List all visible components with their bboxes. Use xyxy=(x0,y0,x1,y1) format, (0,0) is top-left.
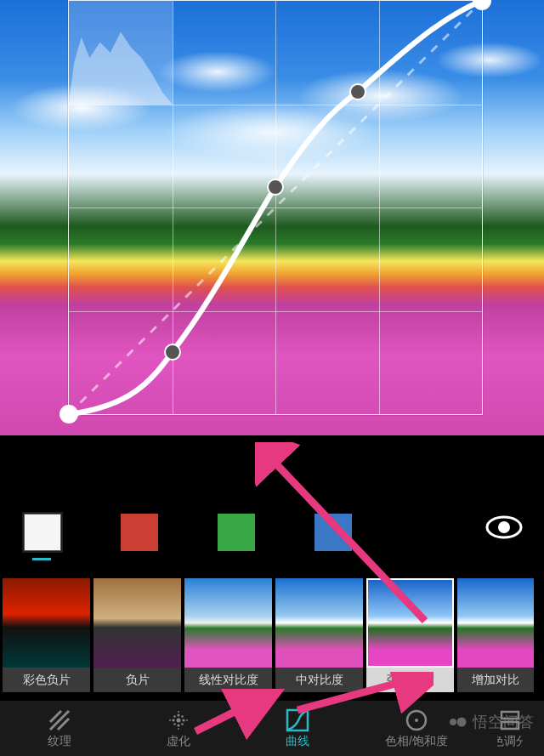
tab-curves[interactable]: 曲线 xyxy=(259,708,336,749)
preset-increase-contrast[interactable]: 增加对比 xyxy=(457,578,534,697)
curve-point[interactable] xyxy=(349,83,366,100)
svg-point-18 xyxy=(178,728,179,730)
spacer xyxy=(0,435,544,520)
svg-point-11 xyxy=(173,715,175,717)
tab-label: 曲线 xyxy=(286,734,309,749)
svg-point-15 xyxy=(169,719,171,721)
image-preview xyxy=(0,0,544,435)
preset-medium-contrast[interactable]: 中对比度 xyxy=(275,578,363,697)
svg-point-8 xyxy=(182,719,184,721)
channel-green[interactable] xyxy=(218,514,255,551)
svg-point-21 xyxy=(415,719,418,722)
preset-label: 彩色负片 xyxy=(3,668,90,692)
tab-label: 纹理 xyxy=(48,734,71,749)
svg-point-16 xyxy=(186,719,188,721)
svg-point-14 xyxy=(181,723,183,725)
svg-point-17 xyxy=(178,711,179,713)
svg-point-6 xyxy=(177,719,181,723)
tab-texture[interactable]: 纹理 xyxy=(21,708,98,749)
channel-selector xyxy=(0,509,544,556)
curve-point[interactable] xyxy=(267,179,284,196)
curve-grid-line xyxy=(69,105,482,105)
channel-rgb[interactable] xyxy=(24,514,61,551)
preset-thumb xyxy=(457,578,534,668)
preset-label: 负片 xyxy=(94,668,181,692)
preset-label: 强对比度 xyxy=(366,668,454,692)
svg-point-13 xyxy=(173,723,175,725)
tab-label: 虚化 xyxy=(167,734,190,749)
svg-point-9 xyxy=(177,713,179,716)
preset-linear-contrast[interactable]: 线性对比度 xyxy=(184,578,272,697)
svg-point-24 xyxy=(450,719,456,725)
preset-thumb xyxy=(3,578,90,668)
channel-red[interactable] xyxy=(121,514,158,551)
tab-label: 色调分 xyxy=(497,734,523,749)
preset-label: 增加对比 xyxy=(457,668,534,692)
watermark-text: 悟空问答 xyxy=(473,712,534,732)
channel-blue[interactable] xyxy=(314,514,352,551)
preset-strong-contrast[interactable]: 强对比度 xyxy=(366,578,454,697)
curve-point[interactable] xyxy=(60,405,78,423)
texture-icon xyxy=(47,708,72,733)
svg-point-7 xyxy=(172,719,174,721)
svg-point-10 xyxy=(177,724,179,726)
tab-label: 色相/饱和度 xyxy=(385,734,448,749)
preset-thumb xyxy=(184,578,272,668)
preset-label: 线性对比度 xyxy=(184,668,272,692)
tab-hsl[interactable]: 色相/饱和度 xyxy=(378,708,455,749)
svg-marker-0 xyxy=(69,32,173,105)
blur-icon xyxy=(166,708,191,733)
tab-blur[interactable]: 虚化 xyxy=(140,708,217,749)
preset-label: 中对比度 xyxy=(275,668,363,692)
svg-point-25 xyxy=(457,718,467,727)
preset-thumb xyxy=(275,578,363,668)
histogram xyxy=(69,1,173,105)
preset-strip[interactable]: 彩色负片 负片 线性对比度 中对比度 强对比度 增加对比 xyxy=(0,578,544,697)
curve-grid-line xyxy=(69,207,482,208)
curve-point[interactable] xyxy=(164,344,181,361)
svg-point-2 xyxy=(498,521,510,533)
preset-negative[interactable]: 负片 xyxy=(94,578,181,697)
svg-point-12 xyxy=(181,715,183,717)
preview-toggle[interactable] xyxy=(479,510,529,544)
channel-underline xyxy=(32,558,51,560)
curves-icon xyxy=(285,708,310,733)
preset-thumb xyxy=(94,578,181,668)
curve-editor[interactable] xyxy=(68,0,483,415)
curve-grid-line xyxy=(69,311,482,312)
preset-thumb xyxy=(366,578,454,668)
watermark: 悟空问答 xyxy=(449,712,534,732)
hsl-icon xyxy=(404,708,429,733)
preset-color-negative[interactable]: 彩色负片 xyxy=(3,578,90,697)
watermark-icon xyxy=(449,713,468,731)
